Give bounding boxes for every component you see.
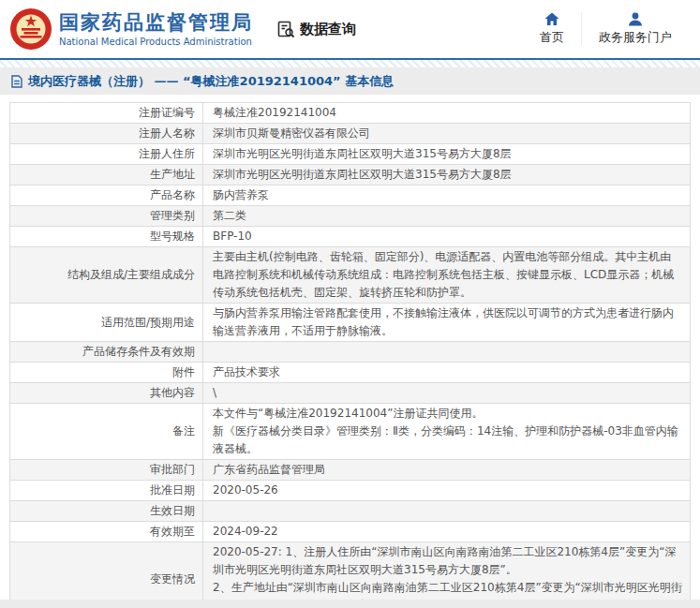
row-value: 肠内营养泵 <box>203 185 690 205</box>
row-label: 结构及组成/主要组成成分 <box>10 247 203 303</box>
document-icon <box>11 75 22 88</box>
row-label: 其他内容 <box>10 383 203 403</box>
site-logo[interactable]: 国家药品监督管理局 National Medical Products Admi… <box>9 7 253 51</box>
table-row: 有效期至 2024-09-22 <box>10 522 690 542</box>
data-query-label: 数据查询 <box>300 21 356 38</box>
row-label: 注册人住所 <box>10 144 203 164</box>
table-row: 变更情况 2020-05-27: 1、注册人住所由“深圳市南山区向南路南油第二工… <box>10 542 690 608</box>
row-label: 批准日期 <box>10 481 203 500</box>
table-row: 管理类别 第二类 <box>10 206 690 227</box>
nav-home-label: 首页 <box>540 29 564 46</box>
info-table: 注册证编号 粤械注准20192141004 注册人名称 深圳市贝斯曼精密仪器有限… <box>9 102 691 608</box>
table-row: 产品名称 肠内营养泵 <box>10 185 690 206</box>
title-bar: 境内医疗器械（注册） —— “粤械注准20192141004” 基本信息 <box>0 67 700 95</box>
page: 国家药品监督管理局 National Medical Products Admi… <box>0 0 700 608</box>
home-icon <box>544 12 559 26</box>
row-value: 粤械注准20192141004 <box>203 103 690 123</box>
org-name-en: National Medical Products Administration <box>59 37 253 47</box>
row-value: 广东省药品监督管理局 <box>203 460 690 480</box>
data-query-icon <box>277 21 295 38</box>
header-nav: 首页 政务服务门户 <box>523 12 689 46</box>
row-value <box>203 501 690 521</box>
table-row: 注册人住所 深圳市光明区光明街道东周社区双明大道315号易方大厦8层 <box>10 144 690 165</box>
table-row: 注册证编号 粤械注准20192141004 <box>10 103 690 124</box>
national-emblem-icon <box>9 7 52 51</box>
row-value: 产品技术要求 <box>203 363 690 382</box>
row-label: 备注 <box>10 404 203 459</box>
row-label: 产品储存条件及有效期 <box>10 342 203 362</box>
title-bar-wrap: 境内医疗器械（注册） —— “粤械注准20192141004” 基本信息 <box>0 58 700 95</box>
row-label: 注册证编号 <box>10 103 203 123</box>
row-label: 有效期至 <box>10 522 203 541</box>
row-label: 生产地址 <box>10 165 203 185</box>
table-row: 结构及组成/主要组成成分 主要由主机(控制电路、齿轮箱、固定部分)、电源适配器、… <box>10 247 690 304</box>
row-label: 注册人名称 <box>10 124 203 143</box>
table-row: 附件 产品技术要求 <box>10 363 690 383</box>
row-value: 2024-09-22 <box>203 522 690 541</box>
row-label: 型号规格 <box>10 227 203 246</box>
table-row: 生产地址 深圳市光明区光明街道东周社区双明大道315号易方大厦8层 <box>10 165 690 185</box>
table-row: 其他内容 \ <box>10 383 690 404</box>
table-row: 产品储存条件及有效期 <box>10 342 690 363</box>
row-value: \ <box>203 383 690 403</box>
nav-portal-label: 政务服务门户 <box>599 29 672 46</box>
site-header: 国家药品监督管理局 National Medical Products Admi… <box>0 0 700 58</box>
hatch-strip <box>0 60 700 67</box>
table-row: 型号规格 BFP-10 <box>10 227 690 247</box>
table-row: 生效日期 <box>10 501 690 522</box>
table-row: 批准日期 2020-05-26 <box>10 481 690 501</box>
table-row: 注册人名称 深圳市贝斯曼精密仪器有限公司 <box>10 124 690 144</box>
table-row: 审批部门 广东省药品监督管理局 <box>10 460 690 481</box>
row-value <box>203 342 690 362</box>
row-label: 附件 <box>10 363 203 382</box>
row-label: 生效日期 <box>10 501 203 521</box>
row-label: 产品名称 <box>10 185 203 205</box>
row-value: 主要由主机(控制电路、齿轮箱、固定部分)、电源适配器、内置电池等部分组成。其中主… <box>203 247 690 303</box>
row-value: 深圳市贝斯曼精密仪器有限公司 <box>203 124 690 143</box>
nav-portal[interactable]: 政务服务门户 <box>581 12 689 46</box>
row-value: BFP-10 <box>203 227 690 246</box>
page-title: 境内医疗器械（注册） —— “粤械注准20192141004” 基本信息 <box>28 73 394 90</box>
row-value: 深圳市光明区光明街道东周社区双明大道315号易方大厦8层 <box>203 165 690 185</box>
bottom-strip <box>0 600 700 608</box>
row-value: 2020-05-27: 1、注册人住所由“深圳市南山区向南路南油第二工业区210… <box>203 542 690 608</box>
row-label: 审批部门 <box>10 460 203 480</box>
row-value: 与肠内营养泵用输注管路配套使用，不接触输注液体，供医院以可调节的方式为患者进行肠… <box>203 304 690 341</box>
row-value: 2020-05-26 <box>203 481 690 500</box>
row-label: 适用范围/预期用途 <box>10 304 203 341</box>
row-label: 变更情况 <box>10 542 203 608</box>
row-label: 管理类别 <box>10 206 203 226</box>
main-content: 注册证编号 粤械注准20192141004 注册人名称 深圳市贝斯曼精密仪器有限… <box>0 95 700 608</box>
org-name-cn: 国家药品监督管理局 <box>59 11 253 35</box>
table-row: 适用范围/预期用途 与肠内营养泵用输注管路配套使用，不接触输注液体，供医院以可调… <box>10 304 690 342</box>
row-value: 深圳市光明区光明街道东周社区双明大道315号易方大厦8层 <box>203 144 690 164</box>
nav-home[interactable]: 首页 <box>523 12 581 46</box>
user-icon <box>628 12 643 26</box>
row-value: 第二类 <box>203 206 690 226</box>
table-row: 备注 本文件与“粤械注准20192141004”注册证共同使用。 新《医疗器械分… <box>10 404 690 460</box>
data-query-link[interactable]: 数据查询 <box>277 21 356 38</box>
row-value: 本文件与“粤械注准20192141004”注册证共同使用。 新《医疗器械分类目录… <box>203 404 690 459</box>
